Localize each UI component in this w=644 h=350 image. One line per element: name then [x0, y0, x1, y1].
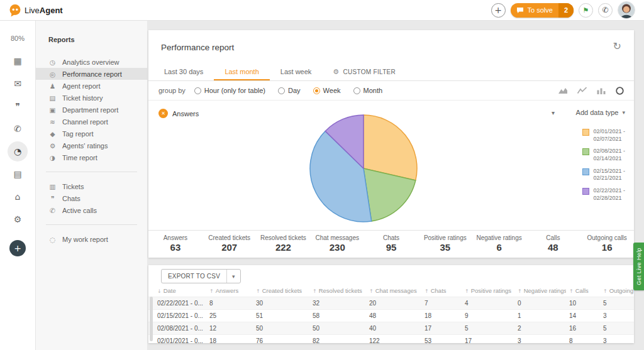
notifications-flag-button[interactable]: ⚑ [579, 3, 593, 18]
sidebar-item-analytics-overview[interactable]: ◷Analytics overview [36, 56, 147, 68]
cell: 7 [421, 297, 462, 310]
groupby-month[interactable]: Month [353, 87, 383, 94]
stat-answers[interactable]: Answers63 [148, 231, 203, 256]
col-calls[interactable]: ↑Calls [566, 286, 600, 297]
sidebar-item-tickets[interactable]: ▥Tickets [36, 180, 147, 192]
pie-chart [307, 112, 420, 225]
sidebar-item-agent-report[interactable]: ♟Agent report [36, 80, 147, 92]
radio-icon [353, 87, 360, 94]
sidebar-item-active-calls[interactable]: ✆Active calls [36, 204, 147, 216]
groupby-week[interactable]: Week [313, 87, 341, 94]
series-options-caret-icon[interactable]: ▾ [552, 109, 555, 116]
stat-negative-ratings[interactable]: Negative ratings6 [472, 231, 526, 256]
add-new-button[interactable]: + [491, 3, 506, 18]
col-answers[interactable]: ↑Answers [206, 286, 253, 297]
line-chart-icon[interactable] [577, 87, 587, 94]
radio-icon [194, 87, 201, 94]
rail-item-settings[interactable]: ⚙ [0, 208, 35, 231]
bar-chart-icon[interactable] [597, 87, 606, 94]
groupby-day[interactable]: Day [278, 87, 301, 94]
liveagent-app: LiveAgent + To solve 2 ⚑ ✆ [0, 0, 644, 350]
cell: 53 [421, 335, 462, 344]
export-caret-icon[interactable]: ▾ [226, 270, 240, 283]
to-solve-button[interactable]: To solve 2 [511, 3, 574, 18]
stat-value: 95 [386, 242, 397, 253]
stat-chats[interactable]: Chats95 [364, 231, 418, 256]
legend-item-0[interactable]: 02/01/2021 -02/07/2021 [582, 128, 625, 143]
caret-down-icon: ▾ [622, 109, 625, 116]
table-row[interactable]: 02/01/2021 - 0...1876821225317383 [148, 335, 634, 344]
table-row[interactable]: 02/22/2021 - 0...8303220740105 [148, 297, 634, 310]
table-scrollbar[interactable] [150, 297, 153, 341]
sidebar-item-department-report[interactable]: ▣Department report [36, 104, 147, 116]
liveagent-logo[interactable]: LiveAgent [9, 4, 63, 17]
col-outgoing-calls[interactable]: ↑Outgoing calls [600, 286, 634, 297]
tab-last-30-days[interactable]: Last 30 days [153, 64, 214, 80]
legend-swatch [582, 188, 589, 195]
sidebar-item-performance-report[interactable]: ◎Performance report [36, 68, 147, 80]
legend-item-1[interactable]: 02/08/2021 -02/14/2021 [582, 148, 625, 162]
stat-calls[interactable]: Calls48 [526, 231, 580, 256]
rail-item-dashboard[interactable]: ▦ [0, 50, 35, 72]
legend-item-2[interactable]: 02/15/2021 -02/21/2021 [582, 168, 625, 182]
stat-chat-messages[interactable]: Chat messages230 [310, 231, 364, 256]
stat-created-tickets[interactable]: Created tickets207 [203, 231, 257, 256]
rail-item-reports[interactable]: ◔ [0, 140, 35, 163]
refresh-icon[interactable]: ↻ [613, 40, 621, 52]
col-negative-ratings[interactable]: ↑Negative ratings [514, 286, 566, 297]
sidebar-item-time-report[interactable]: ◑Time report [36, 151, 147, 163]
sidebar-item-chats[interactable]: ❞Chats [36, 192, 147, 204]
area-chart-icon[interactable] [558, 87, 567, 94]
table-row[interactable]: 02/08/2021 - 0...125050401752165 [148, 322, 634, 335]
col-created-tickets[interactable]: ↑Created tickets [253, 286, 309, 297]
get-live-help-button[interactable]: Get Live Help [633, 243, 644, 290]
sidebar-item-tag-report[interactable]: ◆Tag report [36, 128, 147, 139]
col-resolved-tickets[interactable]: ↑Resolved tickets [309, 286, 366, 297]
stat-value: 6 [496, 242, 501, 253]
cell: 30 [253, 297, 309, 310]
rail-item-mail[interactable]: ✉ [0, 72, 35, 95]
phone-button[interactable]: ✆ [598, 3, 613, 18]
stat-positive-ratings[interactable]: Positive ratings35 [418, 231, 472, 256]
answers-series-chip[interactable]: ✕ Answers [158, 109, 199, 118]
col-positive-ratings[interactable]: ↑Positive ratings [462, 286, 514, 297]
rail-item-tickets[interactable]: ▤ [0, 163, 35, 185]
tab-custom-filter[interactable]: ⚙CUSTOM FILTER [322, 64, 406, 80]
rail-item-chats[interactable]: ❞ [0, 95, 35, 118]
cell: 1 [514, 310, 566, 322]
stat-label: Negative ratings [476, 234, 521, 241]
rail-item-billing[interactable]: ⌂ [0, 185, 35, 208]
stat-outgoing-calls[interactable]: Outgoing calls16 [580, 231, 634, 256]
rail-item-calls[interactable]: ✆ [0, 118, 35, 140]
sort-asc-icon: ↑ [369, 288, 374, 294]
table-row[interactable]: 02/15/2021 - 0...255158481891143 [148, 310, 634, 322]
tickets-icon: ▥ [48, 183, 57, 190]
sidebar-item-agents-ratings[interactable]: ⚙Agents' ratings [36, 139, 147, 151]
stat-resolved-tickets[interactable]: Resolved tickets222 [257, 231, 311, 256]
stat-value: 63 [170, 242, 181, 253]
zoom-level[interactable]: 80% [0, 35, 35, 42]
export-row: EXPORT TO CSV ▾ [148, 265, 634, 286]
col-date[interactable]: ↓Date [148, 286, 206, 297]
sidebar-item-ticket-history[interactable]: ▤Ticket history [36, 92, 147, 104]
tab-last-week[interactable]: Last week [270, 64, 323, 80]
col-chats[interactable]: ↑Chats [421, 286, 462, 297]
sort-asc-icon: ↑ [256, 288, 260, 294]
stat-label: Chats [383, 234, 399, 241]
sidebar-item-channel-report[interactable]: ≋Channel report [36, 116, 147, 128]
rail-item-add-new[interactable]: + [0, 237, 35, 260]
cell: 0 [514, 297, 566, 310]
sidebar-title: Reports [36, 21, 147, 56]
pie-chart-icon[interactable] [616, 87, 624, 95]
cell-date: 02/01/2021 - 0... [148, 335, 206, 344]
add-data-type-dropdown[interactable]: Add data type ▾ [576, 109, 625, 116]
legend-item-3[interactable]: 02/22/2021 -02/28/2021 [582, 187, 625, 202]
export-to-csv-button[interactable]: EXPORT TO CSV ▾ [161, 269, 241, 283]
tab-last-month[interactable]: Last month [214, 64, 269, 80]
groupby-hour-only-for-table[interactable]: Hour (only for table) [194, 87, 265, 94]
phone-icon: ✆ [602, 6, 608, 14]
col-chat-messages[interactable]: ↑Chat messages [366, 286, 421, 297]
user-avatar[interactable] [618, 1, 635, 19]
sidebar-group-2: ▥Tickets❞Chats✆Active calls [36, 180, 147, 216]
sidebar-item-my-work-report[interactable]: ◌My work report [36, 233, 147, 245]
